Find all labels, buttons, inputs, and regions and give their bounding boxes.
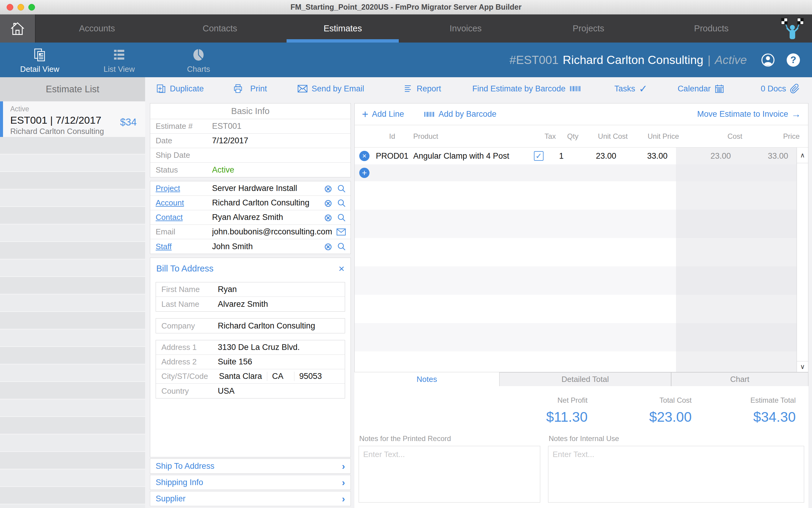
status-value[interactable]: Active (212, 165, 350, 175)
section-supplier[interactable]: Supplier › (150, 491, 351, 506)
account-link[interactable]: Account (150, 198, 212, 208)
tab-projects[interactable]: Projects (527, 14, 650, 43)
scroll-down-icon[interactable]: ∨ (797, 361, 808, 372)
line-items-column: + Add Line (354, 100, 808, 508)
tab-invoices[interactable]: Invoices (404, 14, 527, 43)
row-unit-cost[interactable]: 23.00 (573, 152, 625, 161)
print-button[interactable]: Print (233, 84, 267, 94)
estimate-list-sidebar: Estimate List Active EST001 | 7/12/2017 … (0, 77, 145, 508)
field-staff: Staff John Smith ⊗ (150, 239, 350, 254)
send-by-email-button[interactable]: Send by Email (297, 84, 364, 93)
duplicate-icon (156, 84, 166, 94)
record-title: #EST001 Richard Carlton Consulting | Act… (509, 53, 747, 67)
account-value[interactable]: Richard Carlton Consulting (212, 198, 324, 208)
field-last-name: Last Name Alvarez Smith (156, 297, 345, 311)
tax-checkbox[interactable]: ✓ (534, 151, 544, 161)
printed-notes-input[interactable] (359, 446, 540, 503)
list-item-selected[interactable]: Active EST001 | 7/12/2017 Richard Carlto… (0, 101, 145, 137)
project-link[interactable]: Project (150, 184, 212, 193)
staff-value[interactable]: John Smith (212, 242, 324, 251)
row-id[interactable]: PROD01 (374, 152, 410, 161)
add-by-barcode-button[interactable]: Add by Barcode (424, 110, 497, 119)
printed-notes-block: Notes for the Printed Record (359, 433, 540, 503)
field-estimate-number: Estimate # EST001 (150, 119, 350, 134)
tab-detailed-total[interactable]: Detailed Total (499, 372, 671, 386)
home-button[interactable] (0, 14, 36, 43)
delete-row-icon[interactable]: × (359, 151, 370, 161)
help-icon[interactable]: ? (787, 53, 800, 67)
toolbar-right-icons: ? (761, 53, 800, 67)
user-account-icon[interactable] (761, 53, 775, 67)
clear-project-icon[interactable]: ⊗ (324, 183, 333, 194)
search-account-icon[interactable] (337, 198, 346, 208)
country-value[interactable]: USA (218, 386, 345, 396)
address-group: Address 1 3130 De La Cruz Blvd. Address … (156, 340, 345, 398)
email-value[interactable]: john.boubonis@rcconsulting.com (212, 227, 336, 237)
view-switcher: Detail View List View Charts (0, 46, 238, 74)
state-value[interactable]: CA (267, 372, 294, 381)
address1-value[interactable]: 3130 De La Cruz Blvd. (218, 343, 345, 352)
project-value[interactable]: Server Hardware Install (212, 184, 324, 193)
contact-value[interactable]: Ryan Alvarez Smith (212, 213, 324, 222)
scroll-up-icon[interactable]: ∧ (797, 147, 808, 163)
field-contact: Contact Ryan Alvarez Smith ⊗ (150, 210, 350, 225)
net-profit: Net Profit $11.30 (496, 396, 600, 425)
add-row: + (355, 164, 797, 181)
detail-view-button[interactable]: Detail View (0, 46, 79, 74)
clear-contact-icon[interactable]: ⊗ (324, 212, 333, 223)
tab-contacts[interactable]: Contacts (158, 14, 281, 43)
city-value[interactable]: Santa Clara (218, 372, 267, 381)
clear-staff-icon[interactable]: ⊗ (324, 241, 333, 252)
last-name-value[interactable]: Alvarez Smith (218, 300, 345, 309)
address2-value[interactable]: Suite 156 (218, 357, 345, 367)
readonly-columns-background (676, 181, 797, 372)
calendar-button[interactable]: Calendar (678, 84, 725, 94)
section-shipping-info[interactable]: Shipping Info › (150, 475, 351, 490)
report-button[interactable]: Report (403, 84, 441, 94)
tab-accounts[interactable]: Accounts (36, 14, 158, 43)
duplicate-button[interactable]: Duplicate (156, 84, 204, 94)
close-window-button[interactable] (7, 4, 13, 10)
check-icon: ✓ (639, 84, 648, 94)
send-email-icon[interactable] (336, 228, 346, 236)
tab-notes[interactable]: Notes (354, 372, 499, 386)
row-qty[interactable]: 1 (549, 152, 573, 161)
print-icon (233, 84, 243, 94)
barcode-icon (424, 110, 435, 119)
docs-button[interactable]: 0 Docs (761, 84, 800, 94)
clear-account-icon[interactable]: ⊗ (324, 198, 333, 208)
section-ship-to-address[interactable]: Ship To Address › (150, 459, 351, 474)
company-value[interactable]: Richard Carlton Consulting (218, 321, 345, 331)
internal-notes-input[interactable] (548, 446, 804, 503)
row-unit-price[interactable]: 33.00 (625, 152, 676, 161)
move-to-invoice-button[interactable]: Move Estimate to Invoice → (697, 109, 801, 120)
close-bill-to-icon[interactable]: × (338, 263, 344, 273)
tasks-button[interactable]: Tasks ✓ (614, 84, 648, 94)
total-cost: Total Cost $23.00 (600, 396, 704, 425)
contact-link[interactable]: Contact (150, 213, 212, 222)
charts-view-button[interactable]: Charts (159, 46, 238, 74)
find-by-barcode-button[interactable]: Find Estimate by Barcode (472, 84, 581, 93)
tab-estimates[interactable]: Estimates (282, 14, 404, 43)
line-items-scrollbar[interactable]: ∧ ∨ (797, 147, 808, 372)
totals: Net Profit $11.30 Total Cost $23.00 Esti… (354, 386, 808, 431)
tab-products[interactable]: Products (650, 14, 773, 43)
tab-chart[interactable]: Chart (671, 372, 808, 386)
active-tab-underline (287, 39, 399, 43)
search-contact-icon[interactable] (337, 213, 346, 222)
row-product[interactable]: Angular Clamp with 4 Post (410, 152, 528, 161)
zip-value[interactable]: 95053 (294, 372, 345, 381)
zoom-window-button[interactable] (28, 4, 35, 10)
search-project-icon[interactable] (337, 184, 346, 194)
minimize-window-button[interactable] (17, 4, 24, 10)
search-staff-icon[interactable] (337, 242, 346, 251)
date-value[interactable]: 7/12/2017 (212, 136, 350, 145)
estimate-number-value[interactable]: EST001 (212, 122, 350, 131)
add-row-icon[interactable]: + (359, 168, 370, 178)
staff-link[interactable]: Staff (150, 242, 212, 251)
add-line-button[interactable]: + Add Line (362, 109, 404, 120)
first-name-value[interactable]: Ryan (218, 285, 345, 294)
barcode-icon (569, 84, 581, 93)
list-view-button[interactable]: List View (79, 46, 159, 74)
field-country: Country USA (156, 384, 345, 398)
